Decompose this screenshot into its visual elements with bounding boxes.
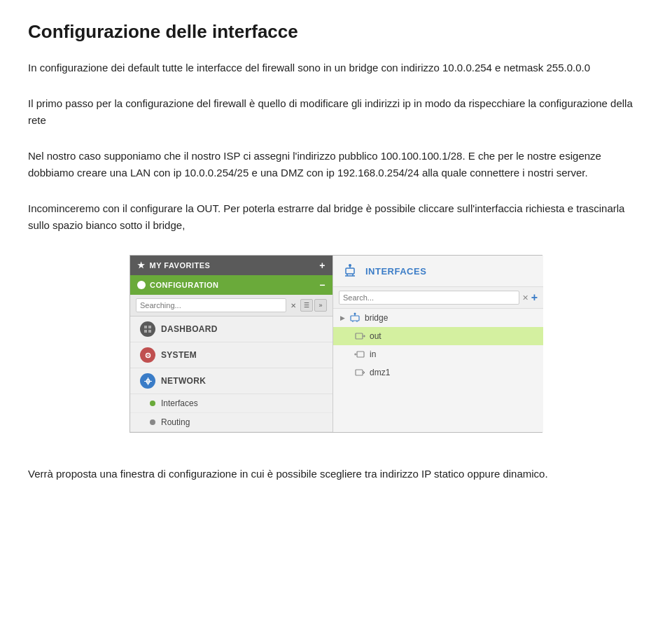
dashboard-label: DASHBOARD xyxy=(161,324,218,334)
svg-rect-21 xyxy=(356,333,363,339)
nav-item-dashboard[interactable]: DASHBOARD xyxy=(130,317,332,342)
expand-icon[interactable]: » xyxy=(314,299,327,312)
nav-sub-interfaces[interactable]: Interfaces xyxy=(130,394,332,413)
nav-sub-routing[interactable]: Routing xyxy=(130,413,332,432)
tree-item-in[interactable]: in xyxy=(333,345,543,363)
svg-point-18 xyxy=(354,313,356,315)
in-icon xyxy=(354,349,365,360)
interfaces-icon xyxy=(340,261,360,281)
config-circle-icon xyxy=(137,281,146,289)
paragraph-1: In configurazione dei default tutte le i… xyxy=(28,60,644,76)
out-label: out xyxy=(370,331,382,341)
favorites-header[interactable]: ★ MY FAVORITES + xyxy=(130,256,332,275)
configuration-label: CONFIGURATION xyxy=(150,281,219,289)
bridge-arrow-icon: ▶ xyxy=(340,314,345,321)
svg-marker-26 xyxy=(354,353,356,356)
out-icon xyxy=(354,331,365,342)
tree-item-bridge[interactable]: ▶ bridge xyxy=(333,309,543,327)
dashboard-icon xyxy=(140,321,155,337)
left-search-bar: ✕ ☰ » xyxy=(130,295,332,317)
svg-rect-0 xyxy=(144,326,147,328)
in-label: in xyxy=(370,349,376,359)
svg-point-12 xyxy=(349,264,351,267)
routing-dot xyxy=(150,419,155,425)
tree-item-dmz1[interactable]: dmz1 xyxy=(333,363,543,382)
bridge-icon xyxy=(349,312,360,324)
network-icon xyxy=(140,373,155,389)
ui-screenshot: ★ MY FAVORITES + CONFIGURATION − ✕ ☰ » xyxy=(130,255,542,433)
svg-rect-3 xyxy=(148,330,151,333)
system-label: SYSTEM xyxy=(161,350,197,360)
left-panel: ★ MY FAVORITES + CONFIGURATION − ✕ ☰ » xyxy=(130,256,333,432)
configuration-header[interactable]: CONFIGURATION − xyxy=(130,275,332,295)
interfaces-label: Interfaces xyxy=(161,398,198,408)
svg-rect-27 xyxy=(356,370,363,375)
svg-rect-1 xyxy=(148,326,151,328)
list-view-icon[interactable]: ☰ xyxy=(300,299,313,312)
svg-point-5 xyxy=(147,354,148,356)
interfaces-title: INTERFACES xyxy=(365,266,426,277)
left-search-input[interactable] xyxy=(136,298,286,312)
paragraph-3: Nel nostro caso supponiamo che il nostro… xyxy=(28,148,644,181)
right-search-bar: ✕ + xyxy=(333,287,543,309)
add-interface-button[interactable]: + xyxy=(531,291,538,304)
svg-rect-2 xyxy=(144,330,147,333)
search-icon-list: ☰ » xyxy=(300,299,327,312)
right-panel: INTERFACES ✕ + ▶ bridge xyxy=(333,256,543,432)
interfaces-header: INTERFACES xyxy=(333,256,543,287)
paragraph-5: Verrà proposta una finestra di configura… xyxy=(28,466,644,482)
favorites-plus-icon[interactable]: + xyxy=(319,260,326,271)
favorites-label: MY FAVORITES xyxy=(150,261,211,270)
nav-item-network[interactable]: NETWORK xyxy=(130,368,332,394)
dmz1-icon xyxy=(354,367,365,378)
bookmark-icon: ★ xyxy=(137,260,146,270)
svg-rect-16 xyxy=(351,316,359,321)
page-title: Configurazione delle interfacce xyxy=(28,21,644,43)
paragraph-4: Incominceremo con il configurare la OUT.… xyxy=(28,200,644,234)
paragraph-2: Il primo passo per la configurazione del… xyxy=(28,95,644,129)
network-label: NETWORK xyxy=(161,376,206,386)
right-search-x-icon[interactable]: ✕ xyxy=(522,293,528,302)
routing-label: Routing xyxy=(161,417,190,427)
right-search-input[interactable] xyxy=(339,291,519,305)
system-icon xyxy=(140,347,155,363)
configuration-minus-icon[interactable]: − xyxy=(319,279,326,291)
svg-marker-23 xyxy=(364,335,365,338)
bridge-label: bridge xyxy=(365,313,388,323)
svg-rect-10 xyxy=(346,268,354,274)
interfaces-dot xyxy=(150,401,155,406)
left-search-x-icon[interactable]: ✕ xyxy=(289,300,298,311)
tree-item-out[interactable]: out xyxy=(333,327,543,345)
nav-item-system[interactable]: SYSTEM xyxy=(130,342,332,368)
svg-rect-24 xyxy=(357,352,364,357)
dmz1-label: dmz1 xyxy=(370,368,390,377)
